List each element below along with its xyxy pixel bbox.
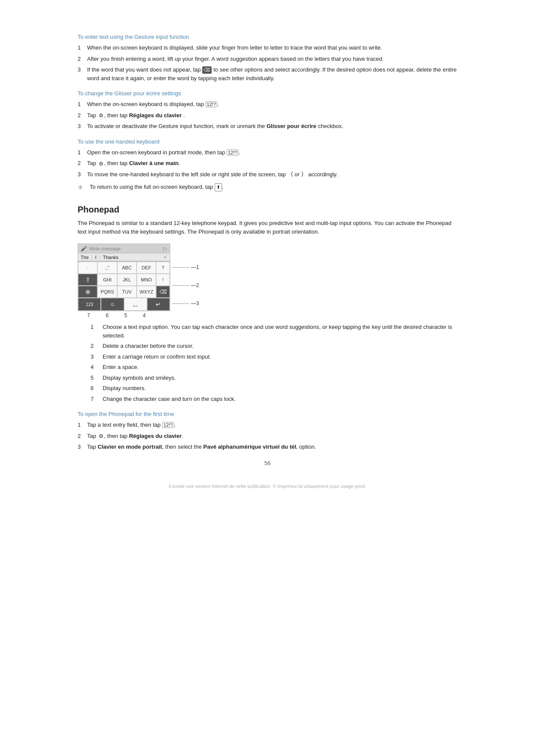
legend-item-4: 4 Enter a space. (91, 363, 457, 372)
page: To enter text using the Gesture input fu… (0, 0, 535, 756)
glisser-step-2: 2 Tap ⚙, then tap Réglages du clavier . (78, 111, 457, 120)
bottom-label-4: 4 (135, 312, 153, 319)
gesture-section: To enter text using the Gesture input fu… (78, 34, 457, 82)
tip-icon: ✳ (78, 183, 90, 193)
step-number: 2 (78, 159, 87, 168)
suggestion-sep1: | (91, 255, 93, 260)
key-ghi: GHI (97, 274, 117, 286)
bottom-label-7: 7 (79, 312, 98, 319)
step-text: Tap a text entry field, then tap 12!?. (87, 421, 457, 429)
glisser-step-1: 1 When the on-screen keyboard is display… (78, 100, 457, 109)
step-text: To activate or deactivate the Gesture in… (87, 122, 457, 131)
legend-text: Enter a space. (103, 363, 139, 372)
suggestion-check: ✓ (163, 254, 167, 260)
write-message-placeholder: Write message (89, 246, 161, 251)
onehanded-step-2: 2 Tap ⚙, then tap Clavier à une main. (78, 159, 457, 168)
step-number: 2 (78, 55, 87, 63)
key-dot: · (78, 262, 97, 274)
gesture-step-2: 2 After you finish entering a word, lift… (78, 55, 457, 63)
legend-item-2: 2 Delete a character before the cursor. (91, 342, 457, 350)
phonepad-open-step-2: 2 Tap ⚙, then tap Réglages du clavier. (78, 432, 457, 440)
send-icon: ▷ (163, 245, 167, 252)
legend-num: 2 (91, 342, 103, 350)
phonepad-title: Phonepad (78, 205, 457, 215)
legend-num: 4 (91, 363, 103, 372)
legend-item-3: 3 Enter a carriage return or confirm tex… (91, 353, 457, 361)
legend-text: Display symbols and smileys. (103, 374, 176, 382)
step-text: When the on-screen keyboard is displayed… (87, 44, 457, 52)
step-text: Tap ⚙, then tap Réglages du clavier. (87, 432, 457, 440)
tip-row: ✳ To return to using the full on-screen … (78, 183, 457, 193)
step-text: Tap ⚙, then tap Réglages du clavier . (87, 111, 457, 120)
step-number: 2 (78, 432, 87, 440)
phonepad-image: 🎤 Write message ▷ The | I | Thanks ✓ (78, 244, 170, 311)
glisser-section: To change the Glisser pour écrire settin… (78, 90, 457, 131)
key-exclaim: ! (156, 274, 170, 286)
phonepad-description: The Phonepad is similar to a standard 12… (78, 219, 457, 237)
legend-num: 3 (91, 353, 103, 361)
glisser-heading: To change the Glisser pour écrire settin… (78, 90, 457, 97)
key-space: ⎵ (124, 298, 147, 311)
key-mno: MNO (137, 274, 156, 286)
callout-3: —3 (191, 300, 199, 306)
phonepad-open-steps: 1 Tap a text entry field, then tap 12!?.… (78, 421, 457, 451)
gesture-steps: 1 When the on-screen keyboard is display… (78, 44, 457, 82)
phonepad-legend: 1 Choose a text input option. You can ta… (91, 323, 457, 403)
glisser-steps: 1 When the on-screen keyboard is display… (78, 100, 457, 131)
suggestion-i: I (95, 255, 97, 260)
onehanded-heading: To use the one-handed keyboard (78, 138, 457, 145)
key-abc: ABC (117, 262, 137, 274)
legend-text: Display numbers. (103, 384, 146, 393)
key-delete: ⌫ (156, 286, 170, 298)
suggestion-thanks: Thanks (103, 255, 119, 260)
legend-item-5: 5 Display symbols and smileys. (91, 374, 457, 382)
step-text: When the on-screen keyboard is displayed… (87, 100, 457, 109)
key-def: DEF (137, 262, 156, 274)
key-shift: ⇧ (78, 274, 97, 286)
step-text: To move the one-handed keyboard to the l… (87, 170, 457, 179)
legend-item-6: 6 Display numbers. (91, 384, 457, 393)
suggestion-sep2: | (99, 255, 100, 260)
step-text: Tap ⚙, then tap Clavier à une main. (87, 159, 457, 168)
onehanded-step-3: 3 To move the one-handed keyboard to the… (78, 170, 457, 179)
gear-icon: ⚙ (99, 432, 103, 440)
step-number: 1 (78, 148, 87, 157)
mic-icon: 🎤 (81, 246, 87, 252)
step-number: 3 (78, 122, 87, 131)
step-number: 3 (78, 443, 87, 451)
phonepad-open-step-3: 3 Tap Clavier en mode portrait, then sel… (78, 443, 457, 451)
step-text: Open the on-screen keyboard in portrait … (87, 148, 457, 157)
phonepad-open-section: To open the Phonepad for the first time … (78, 411, 457, 451)
key-question: ? (156, 262, 170, 274)
callout-2: —2 (191, 282, 199, 288)
phonepad-section: Phonepad The Phonepad is similar to a st… (78, 205, 457, 403)
key-jkl: JKL (117, 274, 137, 286)
step-number: 2 (78, 111, 87, 120)
onehanded-steps: 1 Open the on-screen keyboard in portrai… (78, 148, 457, 179)
gesture-step-1: 1 When the on-screen keyboard is display… (78, 44, 457, 52)
key-enter: ↵ (147, 298, 170, 311)
phonepad-open-heading: To open the Phonepad for the first time (78, 411, 457, 417)
gear-icon: ⚙ (99, 112, 103, 119)
step-text: If the word that you want does not appea… (87, 66, 457, 82)
step-number: 1 (78, 421, 87, 429)
legend-text: Choose a text input option. You can tap … (103, 323, 457, 340)
legend-num: 6 (91, 384, 103, 393)
key-123: 123 (78, 298, 101, 311)
bottom-label-6: 6 (98, 312, 116, 319)
legend-item-1: 1 Choose a text input option. You can ta… (91, 323, 457, 340)
legend-num: 5 (91, 374, 103, 382)
onehanded-step-1: 1 Open the on-screen keyboard in portrai… (78, 148, 457, 157)
legend-text: Delete a character before the cursor. (103, 342, 194, 350)
step-text: Tap Clavier en mode portrait, then selec… (87, 443, 457, 451)
step-number: 3 (78, 66, 87, 74)
page-number: 56 (78, 460, 457, 466)
glisser-step-3: 3 To activate or deactivate the Gesture … (78, 122, 457, 131)
key-smiley: ☺ (101, 298, 124, 311)
legend-num: 7 (91, 395, 103, 403)
gesture-heading: To enter text using the Gesture input fu… (78, 34, 457, 40)
gear-icon: ⚙ (99, 160, 103, 168)
key-pqrs: PQRS (97, 286, 117, 298)
step-number: 1 (78, 100, 87, 109)
step-number: 3 (78, 170, 87, 179)
